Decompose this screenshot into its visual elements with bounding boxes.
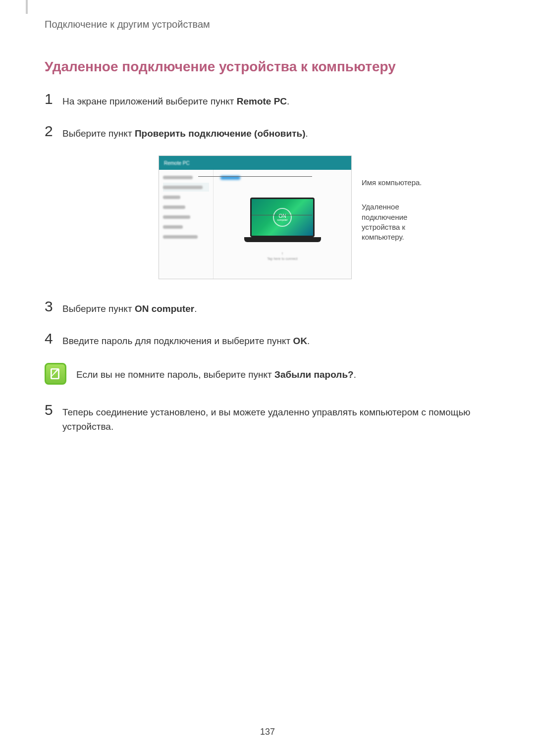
sidebar-blur-item: [163, 186, 203, 189]
note-icon: [45, 363, 66, 385]
callouts: Имя компьютера. Удаленное подключение ус…: [362, 155, 436, 279]
step-text-post: .: [306, 128, 308, 139]
sidebar-blur-item: [163, 225, 183, 229]
callout-line: [252, 215, 312, 215]
on-label: ON: [279, 214, 286, 219]
note-post: .: [354, 369, 356, 380]
step-text: Теперь соединение установлено, и вы може…: [62, 403, 490, 434]
step-text-post: .: [287, 96, 289, 106]
figure-block: Remote PC: [45, 155, 490, 279]
note-block: Если вы не помните пароль, выберите пунк…: [45, 363, 490, 385]
screenshot-sidebar: [159, 170, 214, 279]
callout-remote-connect: Удаленное подключение устройства к компь…: [362, 202, 436, 242]
step-number: 4: [45, 331, 55, 346]
step-text-bold: ON computer: [135, 303, 194, 314]
step-4: 4 Введите пароль для подключения и выбер…: [45, 331, 490, 349]
sidebar-blur-item: [163, 215, 190, 219]
screenshot-title: Remote PC: [164, 160, 190, 166]
step-text-bold: OK: [293, 336, 308, 346]
step-text: Выберите пункт ON computer.: [62, 299, 197, 316]
step-text-pre: Выберите пункт: [62, 303, 135, 314]
step-5: 5 Теперь соединение установлено, и вы мо…: [45, 403, 490, 434]
step-2: 2 Выберите пункт Проверить подключение (…: [45, 124, 490, 141]
step-number: 3: [45, 299, 55, 314]
step-text-bold: Проверить подключение (обновить): [135, 128, 306, 139]
note-pre: Если вы не помните пароль, выберите пунк…: [76, 369, 274, 380]
step-text-pre: На экране приложений выберите пункт: [62, 96, 237, 106]
step-text-pre: Введите пароль для подключения и выберит…: [62, 336, 293, 346]
page-tab-mark: [26, 0, 28, 14]
step-text-bold: Remote PC: [237, 96, 287, 106]
sidebar-blur-item: [163, 235, 198, 239]
step-text-post: .: [307, 336, 310, 346]
step-text-pre: Выберите пункт: [62, 128, 135, 139]
screenshot-main: ON computer ↑ Tap here to connect: [214, 170, 351, 279]
on-badge: ON computer: [273, 208, 292, 227]
step-1: 1 На экране приложений выберите пункт Re…: [45, 92, 490, 109]
section-title: Удаленное подключение устройства к компь…: [45, 59, 490, 75]
breadcrumb: Подключение к другим устройствам: [45, 19, 490, 30]
step-text: Выберите пункт Проверить подключение (об…: [62, 124, 308, 141]
step-text: Введите пароль для подключения и выберит…: [62, 331, 310, 349]
callout-pc-name: Имя компьютера.: [362, 178, 436, 188]
remote-pc-screenshot: Remote PC: [159, 155, 352, 279]
page-content: Подключение к другим устройствам Удаленн…: [0, 0, 535, 434]
note-bold: Забыли пароль?: [274, 369, 354, 380]
tap-hint: ↑ Tap here to connect: [267, 251, 298, 260]
note-text: Если вы не помните пароль, выберите пунк…: [76, 363, 356, 382]
on-sublabel: computer: [277, 219, 288, 221]
up-arrow-icon: ↑: [281, 251, 284, 256]
sidebar-blur-item: [163, 196, 180, 199]
page-number: 137: [0, 727, 535, 737]
callout-line: [198, 176, 312, 177]
step-text-post: .: [194, 303, 197, 314]
sidebar-blur-item: [163, 205, 185, 209]
step-text: На экране приложений выберите пункт Remo…: [62, 92, 289, 109]
step-number: 2: [45, 124, 55, 139]
screenshot-header: Remote PC: [159, 156, 351, 170]
step-number: 1: [45, 92, 55, 106]
step-3: 3 Выберите пункт ON computer.: [45, 299, 490, 316]
laptop-illustration: ON computer: [244, 198, 321, 247]
sidebar-blur-item: [163, 176, 193, 179]
step-number: 5: [45, 403, 55, 417]
